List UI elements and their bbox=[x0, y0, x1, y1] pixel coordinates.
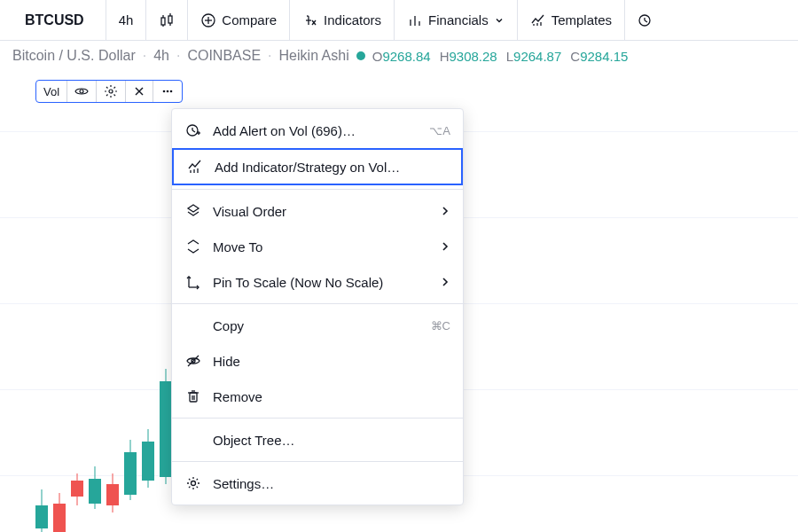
menu-pin-to-scale[interactable]: Pin To Scale (Now No Scale) bbox=[172, 264, 463, 300]
menu-separator bbox=[172, 418, 463, 419]
menu-label: Settings… bbox=[213, 476, 450, 491]
menu-add-indicator[interactable]: Add Indicator/Strategy on Vol… bbox=[172, 148, 463, 185]
menu-move-to[interactable]: Move To bbox=[172, 229, 463, 264]
svg-line-20 bbox=[645, 20, 647, 22]
more-icon bbox=[160, 84, 175, 98]
indicator-legend-vol[interactable]: Vol bbox=[35, 80, 183, 103]
instrument-title: Bitcoin / U.S. Dollar bbox=[12, 48, 136, 64]
svg-line-30 bbox=[192, 130, 195, 132]
legend-style: Heikin Ashi bbox=[279, 48, 349, 64]
menu-shortcut: ⌘C bbox=[431, 319, 450, 332]
svg-point-21 bbox=[80, 90, 83, 93]
menu-label: Add Alert on Vol (696)… bbox=[213, 123, 419, 138]
menu-visual-order[interactable]: Visual Order bbox=[172, 193, 463, 229]
indicator-context-menu: Add Alert on Vol (696)… ⌥A Add Indicator… bbox=[171, 108, 464, 505]
symbol-legend: Bitcoin / U.S. Dollar · 4h · COINBASE · … bbox=[0, 41, 798, 67]
layers-icon bbox=[185, 203, 201, 219]
menu-separator bbox=[172, 461, 463, 462]
vol-close-button[interactable] bbox=[126, 81, 153, 102]
vol-label[interactable]: Vol bbox=[36, 81, 67, 102]
menu-label: Copy bbox=[213, 318, 420, 333]
svg-point-25 bbox=[163, 90, 166, 93]
menu-settings[interactable]: Settings… bbox=[172, 466, 463, 501]
legend-exchange: COINBASE bbox=[187, 48, 261, 64]
templates-label: Templates bbox=[552, 12, 612, 27]
svg-line-40 bbox=[188, 356, 199, 366]
templates-button[interactable]: Templates bbox=[518, 0, 625, 40]
scale-icon bbox=[185, 274, 201, 290]
menu-shortcut: ⌥A bbox=[429, 124, 450, 137]
menu-separator bbox=[172, 189, 463, 190]
templates-icon bbox=[187, 159, 203, 175]
svg-point-26 bbox=[167, 90, 169, 93]
menu-copy[interactable]: Copy ⌘C bbox=[172, 308, 463, 343]
svg-rect-0 bbox=[161, 18, 165, 25]
svg-rect-41 bbox=[190, 393, 197, 402]
svg-rect-3 bbox=[168, 16, 172, 23]
menu-label: Move To bbox=[213, 239, 429, 254]
chevron-right-icon bbox=[440, 206, 450, 216]
gear-icon bbox=[104, 84, 118, 98]
menu-label: Hide bbox=[213, 354, 450, 369]
menu-hide[interactable]: Hide bbox=[172, 343, 463, 379]
menu-label: Pin To Scale (Now No Scale) bbox=[213, 275, 429, 290]
menu-label: Remove bbox=[213, 389, 450, 404]
chevron-right-icon bbox=[440, 241, 450, 252]
alert-button[interactable] bbox=[625, 0, 666, 40]
menu-object-tree[interactable]: Object Tree… bbox=[172, 422, 463, 458]
move-icon bbox=[185, 239, 201, 254]
vol-visibility-button[interactable] bbox=[67, 81, 97, 102]
indicators-button[interactable]: Indicators bbox=[290, 0, 395, 40]
menu-label: Object Tree… bbox=[213, 433, 450, 448]
plus-circle-icon bbox=[200, 12, 216, 28]
compare-button[interactable]: Compare bbox=[188, 0, 290, 40]
menu-label: Add Indicator/Strategy on Vol… bbox=[215, 160, 449, 175]
symbol-button[interactable]: BTCUSD bbox=[4, 0, 106, 40]
vol-more-button[interactable] bbox=[153, 81, 182, 102]
eye-off-icon bbox=[185, 353, 201, 369]
bars-icon bbox=[407, 12, 423, 28]
svg-point-46 bbox=[192, 481, 196, 486]
clock-plus-icon bbox=[185, 122, 201, 138]
indicators-label: Indicators bbox=[324, 12, 381, 27]
menu-add-alert[interactable]: Add Alert on Vol (696)… ⌥A bbox=[172, 113, 463, 148]
svg-point-22 bbox=[109, 90, 113, 93]
gear-icon bbox=[185, 475, 201, 491]
close-icon bbox=[133, 85, 145, 98]
menu-remove[interactable]: Remove bbox=[172, 379, 463, 414]
svg-point-27 bbox=[170, 90, 173, 93]
menu-separator bbox=[172, 303, 463, 304]
chart-style-button[interactable] bbox=[146, 0, 188, 40]
financials-label: Financials bbox=[428, 12, 489, 27]
vol-settings-button[interactable] bbox=[97, 81, 126, 102]
legend-interval: 4h bbox=[153, 48, 169, 64]
chevron-down-icon bbox=[494, 15, 505, 26]
templates-icon bbox=[530, 12, 546, 28]
market-status-dot bbox=[356, 51, 365, 60]
chevron-right-icon bbox=[440, 277, 450, 287]
menu-label: Visual Order bbox=[213, 204, 429, 219]
compare-label: Compare bbox=[222, 12, 277, 27]
ohlc-values: O9268.84 H9308.28 L9264.87 C9284.15 bbox=[372, 49, 629, 64]
fx-icon bbox=[302, 12, 318, 28]
candles-icon bbox=[159, 12, 175, 28]
financials-button[interactable]: Financials bbox=[395, 0, 518, 40]
top-toolbar: BTCUSD 4h Compare Indicators Financials … bbox=[0, 0, 798, 41]
trash-icon bbox=[185, 388, 201, 404]
interval-button[interactable]: 4h bbox=[106, 0, 147, 40]
eye-icon bbox=[74, 84, 89, 98]
svg-marker-36 bbox=[188, 205, 199, 212]
clock-plus-icon bbox=[638, 12, 653, 28]
